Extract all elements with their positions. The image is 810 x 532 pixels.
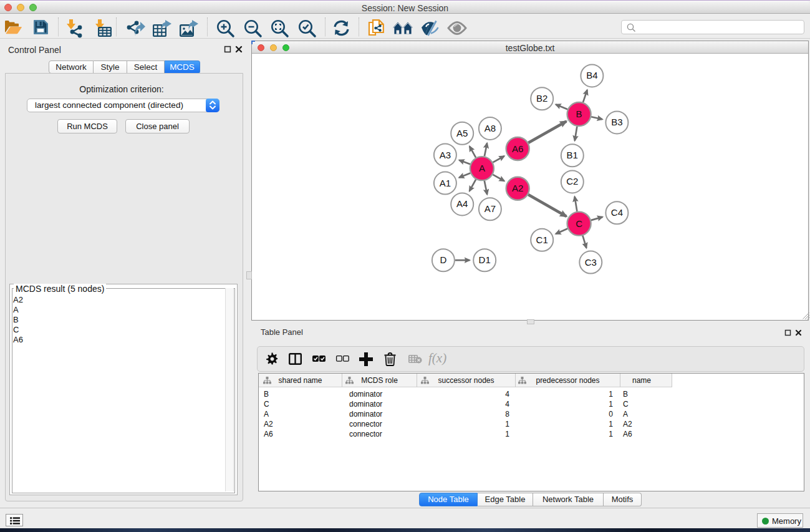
svg-text:C1: C1 xyxy=(536,235,548,245)
svg-text:A8: A8 xyxy=(485,123,496,133)
svg-text:A7: A7 xyxy=(485,203,496,214)
svg-text:D1: D1 xyxy=(479,254,491,265)
svg-text:B: B xyxy=(576,109,582,119)
svg-text:A1: A1 xyxy=(440,178,451,188)
svg-text:A6: A6 xyxy=(512,143,523,154)
svg-text:B2: B2 xyxy=(536,93,547,104)
svg-text:C4: C4 xyxy=(611,207,623,218)
svg-text:A3: A3 xyxy=(440,150,451,160)
svg-text:C3: C3 xyxy=(585,257,597,268)
svg-text:B4: B4 xyxy=(586,70,597,80)
svg-text:A5: A5 xyxy=(456,128,468,138)
svg-text:C: C xyxy=(576,218,582,229)
svg-text:A: A xyxy=(479,163,485,173)
svg-text:B3: B3 xyxy=(611,117,622,127)
svg-text:C2: C2 xyxy=(566,176,578,186)
svg-text:B1: B1 xyxy=(567,150,578,160)
svg-text:A2: A2 xyxy=(512,183,523,193)
svg-text:A4: A4 xyxy=(456,198,468,209)
svg-text:D: D xyxy=(440,254,446,265)
